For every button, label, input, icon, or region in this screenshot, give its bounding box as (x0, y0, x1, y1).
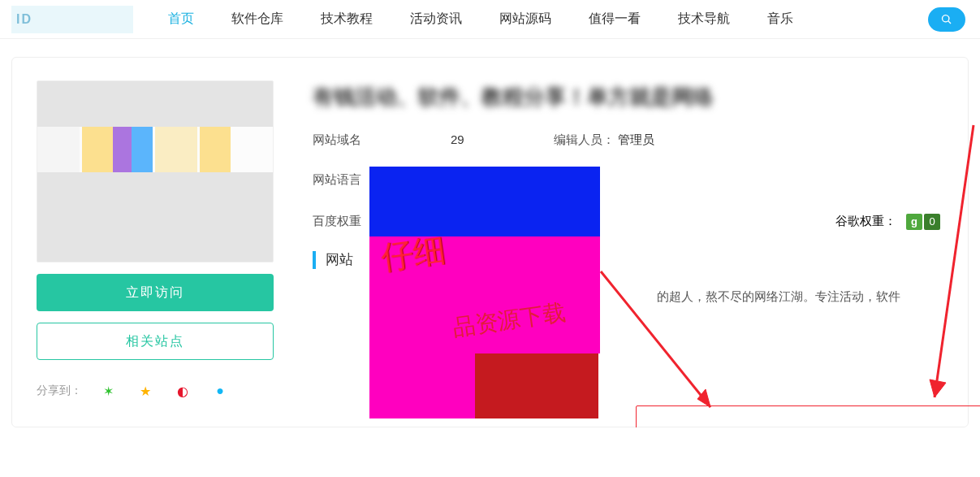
redaction-block-magenta (369, 236, 600, 353)
top-nav: ID 首页 软件仓库 技术教程 活动资讯 网站源码 值得一看 技术导航 音乐 (0, 0, 980, 39)
nav-worth[interactable]: 值得一看 (570, 0, 659, 39)
redaction-block-red (475, 353, 598, 418)
redaction-block-magenta-2 (369, 353, 475, 418)
redaction-block-blue (369, 167, 600, 236)
nav-tutorial[interactable]: 技术教程 (302, 0, 391, 39)
nav-music[interactable]: 音乐 (749, 0, 812, 39)
nav-software[interactable]: 软件仓库 (213, 0, 302, 39)
nav-home[interactable]: 首页 (149, 0, 213, 39)
meta-row-1: 网站域名 29 编辑人员： 管理员 (313, 132, 940, 148)
google-weight-label: 谷歌权重： (835, 214, 896, 228)
page-title: 有钱活动、软件、教程分享！单方就是网络 (313, 80, 940, 115)
editor-label: 编辑人员： (554, 132, 615, 146)
share-row: 分享到： ✶ ★ ◐ ● (37, 379, 274, 402)
visit-button[interactable]: 立即访问 (37, 274, 274, 311)
site-logo[interactable]: ID (11, 6, 133, 33)
editor-value: 管理员 (618, 132, 654, 146)
nav-events[interactable]: 活动资讯 (391, 0, 481, 39)
nav-items: 首页 软件仓库 技术教程 活动资讯 网站源码 值得一看 技术导航 音乐 (149, 0, 928, 39)
svg-marker-3 (930, 379, 946, 397)
svg-line-2 (935, 125, 974, 397)
baidu-weight-label: 百度权重 (313, 214, 361, 230)
publish-date-fragment: 29 (451, 132, 464, 148)
annotation-arrow-right (918, 121, 980, 414)
share-wechat-icon[interactable]: ✶ (97, 379, 119, 402)
search-button[interactable] (928, 7, 965, 32)
related-sites-button[interactable]: 相关站点 (37, 323, 274, 360)
svg-line-0 (601, 271, 710, 407)
nav-source[interactable]: 网站源码 (481, 0, 570, 39)
nav-technavi[interactable]: 技术导航 (659, 0, 749, 39)
share-weibo-icon[interactable]: ◐ (171, 379, 194, 402)
left-column: 立即访问 相关站点 分享到： ✶ ★ ◐ ● (37, 80, 274, 402)
search-icon (941, 14, 952, 25)
vote-box: 有价值 (7) 无价值 (4) (636, 405, 980, 427)
detail-card: 立即访问 相关站点 分享到： ✶ ★ ◐ ● 有钱活动、软件、教程分享！单方就是… (11, 57, 969, 427)
site-thumbnail (37, 80, 274, 262)
share-qzone-icon[interactable]: ★ (134, 379, 157, 402)
share-label: 分享到： (37, 384, 82, 398)
domain-label: 网站域名 (313, 132, 361, 146)
language-label: 网站语言 (313, 172, 361, 186)
share-qq-icon[interactable]: ● (209, 379, 231, 402)
annotation-arrow-left (597, 267, 727, 422)
